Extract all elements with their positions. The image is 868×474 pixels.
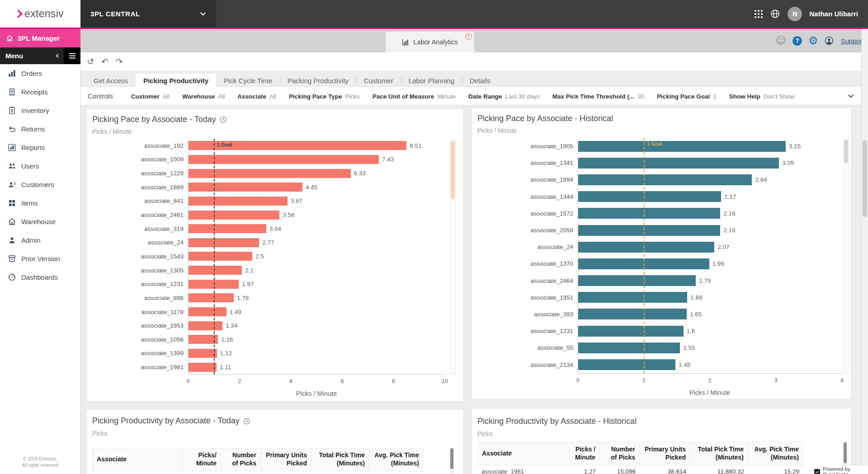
chart-scrollbar[interactable] bbox=[843, 138, 849, 373]
sidebar-item-label: Warehouse bbox=[21, 218, 56, 225]
sidebar-item-customers[interactable]: Customers bbox=[0, 175, 80, 194]
org-selector-dropdown[interactable]: 3PL CENTRAL bbox=[80, 0, 216, 28]
table-scrollbar[interactable] bbox=[450, 448, 454, 474]
bar[interactable] bbox=[188, 155, 379, 164]
tab-labor-planning[interactable]: Labor Planning bbox=[401, 74, 462, 87]
bar-category-label: associate_898 bbox=[92, 295, 188, 301]
control-filter-associate[interactable]: AssociateAll bbox=[237, 92, 276, 100]
page-scrollbar[interactable] bbox=[861, 29, 868, 474]
scrollbar-thumb[interactable] bbox=[451, 141, 455, 199]
sidebar-item-receipts[interactable]: Receipts bbox=[0, 83, 80, 101]
inventory-icon bbox=[8, 106, 16, 115]
scrollbar-thumb[interactable] bbox=[844, 140, 848, 163]
control-filter-max-pick-time-threshold[interactable]: Max Pick Time Threshold (...30 bbox=[552, 92, 644, 100]
bar[interactable] bbox=[578, 242, 714, 253]
bar[interactable] bbox=[578, 326, 684, 337]
bar[interactable] bbox=[578, 141, 786, 152]
bar-value-label: 2.16 bbox=[723, 210, 735, 217]
bar[interactable] bbox=[188, 266, 242, 275]
control-filter-date-range[interactable]: Date RangeLast 30 days bbox=[468, 92, 540, 100]
scrollbar-thumb[interactable] bbox=[450, 448, 453, 469]
table-cell: 15,096 bbox=[600, 465, 640, 474]
dashboard-toolbar: ↺ ↶ ↷ bbox=[80, 52, 868, 71]
tab-packing-productivity[interactable]: Packing Productivity bbox=[280, 74, 356, 87]
tab-customer[interactable]: Customer bbox=[356, 74, 401, 87]
bar[interactable] bbox=[578, 275, 696, 286]
collapse-sidebar-icon[interactable]: ‹ bbox=[56, 51, 64, 61]
bar[interactable] bbox=[188, 238, 259, 247]
bar-category-label: associate_1009 bbox=[92, 156, 188, 163]
chart-row: associate_10097.43 bbox=[92, 153, 445, 167]
control-filter-picking-pace-goal[interactable]: Picking Pace Goal1 bbox=[657, 92, 717, 100]
chart-row: associate_13442.17 bbox=[477, 188, 842, 205]
control-filter-warehouse[interactable]: WarehouseAll bbox=[182, 92, 225, 100]
bar[interactable] bbox=[578, 191, 721, 202]
control-filter-show-help[interactable]: Show HelpDon't Show bbox=[729, 92, 795, 100]
close-icon[interactable]: × bbox=[465, 33, 472, 40]
globe-icon[interactable] bbox=[770, 9, 780, 19]
sidebar-item-items[interactable]: Items bbox=[0, 194, 80, 212]
reset-icon[interactable]: ↺ bbox=[87, 57, 94, 66]
chevron-down-icon[interactable] bbox=[848, 94, 854, 98]
bar[interactable] bbox=[578, 359, 675, 370]
sidebar-item-returns[interactable]: Returns bbox=[0, 120, 80, 138]
bar[interactable] bbox=[188, 169, 351, 178]
tab-labor-analytics[interactable]: Labor Analytics × bbox=[386, 32, 474, 52]
bar[interactable] bbox=[188, 321, 222, 330]
scrollbar-thumb[interactable] bbox=[863, 140, 867, 217]
x-tick-label: 2 bbox=[708, 377, 711, 384]
bar[interactable] bbox=[188, 211, 279, 220]
control-filter-customer[interactable]: CustomerAll bbox=[131, 92, 170, 100]
redo-icon[interactable]: ↷ bbox=[116, 57, 123, 66]
settings-gear-icon[interactable]: ⚙ bbox=[808, 35, 818, 46]
apps-grid-icon[interactable] bbox=[755, 10, 763, 18]
bar[interactable] bbox=[188, 307, 226, 316]
bar[interactable] bbox=[578, 309, 687, 319]
tab-pick-cycle-time[interactable]: Pick Cycle Time bbox=[216, 74, 280, 87]
bar[interactable] bbox=[188, 293, 234, 302]
bar-chart: associate_1928.51associate_10097.43assoc… bbox=[92, 139, 445, 374]
sidebar-item-users[interactable]: Users bbox=[0, 157, 80, 175]
scrollbar-thumb[interactable] bbox=[844, 442, 847, 463]
bar[interactable] bbox=[578, 174, 752, 185]
sidebar-item-orders[interactable]: Orders bbox=[0, 64, 80, 83]
bar[interactable] bbox=[578, 208, 720, 219]
column-header-avg-pick-time-minutes: Avg. Pick Time (Minutes) bbox=[748, 442, 803, 465]
control-filter-picking-pace-type[interactable]: Picking Pace TypePicks bbox=[289, 92, 360, 100]
tab-picking-productivity[interactable]: Picking Productivity bbox=[136, 74, 216, 87]
sidebar-item-admin[interactable]: Admin bbox=[0, 231, 80, 249]
bar[interactable] bbox=[188, 183, 302, 192]
bar-value-label: 2.77 bbox=[262, 239, 274, 246]
feedback-smiley-icon[interactable]: ☺ bbox=[776, 36, 786, 46]
bar-category-label: associate_319 bbox=[92, 225, 188, 232]
control-filter-pace-unit-of-measure[interactable]: Pace Unit of MeasureMinute bbox=[373, 92, 456, 100]
sidebar-item-inventory[interactable]: Inventory bbox=[0, 101, 80, 120]
bar-category-label: associate_1953 bbox=[92, 322, 188, 329]
bar[interactable] bbox=[188, 252, 252, 261]
bar[interactable] bbox=[578, 225, 720, 236]
bar[interactable] bbox=[578, 158, 779, 169]
tab-get-access[interactable]: Get Access bbox=[86, 74, 136, 87]
bar[interactable] bbox=[188, 224, 266, 233]
bar-value-label: 2.16 bbox=[723, 227, 735, 234]
bar[interactable] bbox=[578, 292, 687, 303]
sidebar-item-prior-version[interactable]: Prior Version bbox=[0, 249, 80, 268]
hamburger-menu-icon[interactable] bbox=[64, 47, 80, 64]
sidebar-item-reports[interactable]: Reports bbox=[0, 138, 80, 157]
bar[interactable] bbox=[188, 363, 217, 372]
chart-scrollbar[interactable] bbox=[450, 139, 456, 374]
avatar[interactable]: N bbox=[788, 7, 802, 21]
x-tick-label: 4 bbox=[289, 378, 292, 385]
bar[interactable] bbox=[188, 349, 217, 358]
bar-category-label: associate_1543 bbox=[92, 253, 188, 260]
undo-icon[interactable]: ↶ bbox=[101, 57, 108, 66]
app-badge: 3PL Manager bbox=[0, 29, 80, 47]
table-subtitle: Picks bbox=[92, 430, 107, 437]
tab-details[interactable]: Details bbox=[462, 74, 498, 87]
bar[interactable] bbox=[578, 343, 680, 353]
help-icon[interactable]: ? bbox=[793, 36, 802, 46]
support-agent-icon[interactable] bbox=[824, 36, 834, 46]
sidebar-item-dashboards[interactable]: Dashboards bbox=[0, 268, 80, 286]
sidebar-item-warehouse[interactable]: Warehouse bbox=[0, 212, 80, 231]
bar[interactable] bbox=[188, 197, 288, 206]
